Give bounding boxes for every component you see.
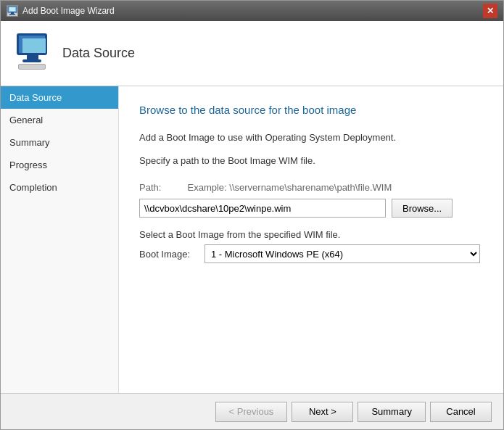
sidebar-item-data-source[interactable]: Data Source — [1, 86, 118, 109]
path-row: Browse... — [139, 199, 483, 218]
sidebar: Data Source General Summary Progress Com… — [1, 86, 119, 393]
wizard-window: Add Boot Image Wizard ✕ Data Source Data… — [0, 0, 504, 430]
summary-button[interactable]: Summary — [358, 402, 426, 422]
svg-rect-2 — [11, 12, 14, 14]
header-icon — [12, 33, 52, 73]
cancel-button[interactable]: Cancel — [430, 402, 492, 422]
wizard-footer: < Previous Next > Summary Cancel — [1, 393, 503, 429]
boot-image-select[interactable]: 1 - Microsoft Windows PE (x64) — [205, 244, 480, 263]
title-bar-left: Add Boot Image Wizard — [7, 5, 115, 17]
sidebar-item-summary[interactable]: Summary — [1, 131, 118, 154]
boot-image-row: Boot Image: 1 - Microsoft Windows PE (x6… — [139, 244, 483, 263]
title-bar: Add Boot Image Wizard ✕ — [1, 1, 503, 21]
next-button[interactable]: Next > — [292, 402, 353, 422]
sidebar-item-progress[interactable]: Progress — [1, 154, 118, 176]
path-example: Example: \\servername\sharename\path\fil… — [187, 182, 392, 193]
sidebar-item-completion[interactable]: Completion — [1, 176, 118, 199]
content-area: Browse to the data source for the boot i… — [119, 86, 503, 393]
window-title: Add Boot Image Wizard — [22, 6, 115, 16]
page-title: Browse to the data source for the boot i… — [139, 104, 483, 116]
previous-button[interactable]: < Previous — [215, 402, 288, 422]
close-button[interactable]: ✕ — [483, 4, 497, 18]
svg-rect-1 — [9, 7, 15, 11]
main-content: Data Source General Summary Progress Com… — [1, 86, 503, 393]
description-2: Specify a path to the Boot Image WIM fil… — [139, 154, 483, 168]
header-title: Data Source — [62, 46, 135, 61]
path-label: Path: Example: \\servername\sharename\pa… — [139, 182, 483, 193]
app-icon — [7, 5, 18, 17]
sidebar-item-general[interactable]: General — [1, 109, 118, 131]
browse-button[interactable]: Browse... — [392, 199, 453, 218]
boot-image-label: Boot Image: — [139, 249, 197, 260]
select-boot-label: Select a Boot Image from the specified W… — [139, 229, 483, 240]
wizard-header: Data Source — [1, 21, 503, 86]
svg-rect-3 — [9, 14, 15, 15]
path-input[interactable] — [139, 199, 386, 218]
description-1: Add a Boot Image to use with Operating S… — [139, 131, 483, 145]
